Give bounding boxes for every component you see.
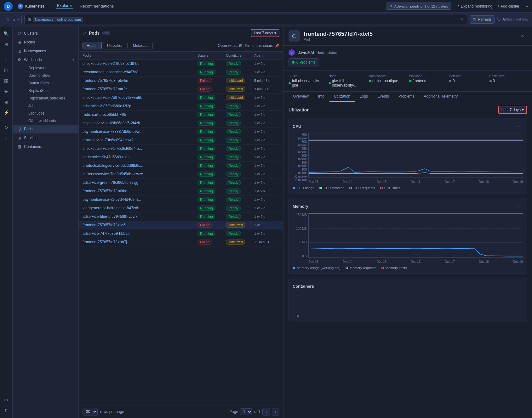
table-row[interactable]: checkoutservice-v2-9698fb7d8-b6... Runni… (79, 59, 283, 68)
k8s-nav-icon[interactable]: ☸ (2, 87, 11, 96)
cpu-chart-more-btn[interactable]: ⋯ (514, 122, 523, 131)
apps-nav-icon[interactable]: ⊞ (2, 40, 11, 49)
th-state[interactable]: State ↕ (197, 54, 226, 57)
settings-nav-icon[interactable]: ⚙ (2, 395, 11, 405)
pin-to-dashboard-btn[interactable]: Pin to dashboard 📌 (245, 43, 279, 48)
sidebar-item-replicasets[interactable]: ReplicaSets (24, 87, 78, 94)
open-with-btn[interactable]: Open with... ⊞ (218, 43, 242, 48)
search-nav-icon[interactable]: 🔍 (2, 29, 11, 38)
condition-cell: Ready (226, 70, 254, 75)
next-page-btn[interactable]: › (272, 408, 279, 415)
table-row[interactable]: cartservice-9b47d56b9-rtlgn Running Read… (79, 153, 283, 161)
problems-nav-icon[interactable]: ○ (2, 54, 11, 64)
sidebar-item-daemonsets[interactable]: DaemonSets (24, 72, 78, 79)
table-row[interactable]: frontend-757657fd7f-xpb7j Failed Initial… (79, 238, 283, 246)
detail-tab-additional-telemetry[interactable]: Additional Telemetry (419, 92, 462, 102)
util-time-range-btn[interactable]: Last 7 days ▾ (498, 106, 527, 114)
more-menu-btn[interactable]: ⋯ (524, 4, 528, 8)
search-clear-btn[interactable]: ✕ (460, 17, 464, 22)
th-age[interactable]: Age ↕ (254, 54, 279, 57)
detail-tab-problems[interactable]: Problems (394, 92, 419, 102)
pod-name-cell: frontend-757657fd7f-pbvhn (83, 78, 197, 83)
sidebar-item-statefulsets[interactable]: StatefulSets (24, 79, 78, 87)
th-pod[interactable]: Pod ↕ (83, 54, 197, 57)
sidebar-item-namespaces[interactable]: ◫ Namespaces (13, 47, 78, 55)
chevron-nav-icon[interactable]: » (2, 133, 11, 143)
tab-health[interactable]: Health (83, 42, 102, 49)
table-row[interactable]: adservice-747f75759-hbb9p Running Ready … (79, 229, 283, 238)
sidebar-item-replicationcontrollers[interactable]: ReplicationControllers (24, 94, 78, 102)
table-row[interactable]: frontend-757657fd7f-n6tbc Running Ready … (79, 187, 283, 195)
detail-tab-overview[interactable]: Overview (289, 92, 313, 102)
containers-chart-more-btn[interactable]: ⋯ (514, 282, 523, 291)
table-row[interactable]: adservice-blue-5f5794589f-vpvrx Running … (79, 212, 283, 221)
table-row[interactable]: checkoutservice-v1-7cc8cf69d4-p... Runni… (79, 144, 283, 153)
sidebar-item-cronjobs[interactable]: CronJobs (24, 110, 78, 117)
sidebar-item-deployments[interactable]: Deployments (24, 64, 78, 72)
table-row[interactable]: frontend-757657fd7f-mtr2z Failed Initial… (79, 85, 283, 93)
table-row[interactable]: adservice-green-79cf665ffd-szvjg Running… (79, 178, 283, 187)
detail-tab-logs[interactable]: Logs (355, 92, 372, 102)
table-row[interactable]: shippingservice-69b86d8cf5-2f4zh Running… (79, 119, 283, 127)
app-logo[interactable]: D (4, 2, 13, 11)
expand-monitoring-btn[interactable]: ↗ Expand monitoring (456, 4, 492, 8)
close-panel-btn[interactable]: ✕ (518, 31, 527, 40)
expand-panel-icon[interactable]: ⤢ (83, 31, 86, 36)
containers-label: Containers (24, 144, 42, 149)
sidebar-item-workloads[interactable]: ⚙ Workloads ▾ (13, 55, 78, 64)
more-options-btn[interactable]: ⋯ (507, 31, 516, 40)
refresh-button[interactable]: ↻ Refresh (470, 15, 495, 24)
memory-x-labels: Dec 13 Dec 14 Dec 15 Dec 16 Dec 17 Dec 1… (308, 260, 523, 263)
table-row[interactable]: checkoutservice-7d97d6d7f5-wmltk Running… (79, 93, 283, 102)
memory-chart-more-btn[interactable]: ⋯ (514, 202, 523, 211)
utilization-content: Utilization Last 7 days ▾ CPU ⋯ 350 mcor… (283, 102, 532, 418)
sidebar-item-pods[interactable]: ⬡ Pods (13, 125, 78, 133)
namespaces-icon: ◫ (17, 49, 21, 53)
pod-name-cell: redis-cart-5f5cb65bbf-kll6r (83, 112, 197, 117)
detail-tab-events[interactable]: Events (373, 92, 393, 102)
pods-time-range-btn[interactable]: Last 7 days ▾ (251, 29, 279, 37)
search-input-container[interactable]: ⊞ Namespace = online-boutique ✕ (24, 15, 467, 24)
tab-utilization[interactable]: Utilization (103, 42, 128, 49)
nav-link-explorer[interactable]: Explorer (56, 3, 73, 9)
problems-badge[interactable]: 0 Problems (289, 58, 319, 66)
table-row[interactable]: paymentservice-v1-57d44d469-h... Running… (79, 195, 283, 204)
table-row[interactable]: emailservice-79b6fc894f-clwr2 Running Re… (79, 136, 283, 144)
containers-chart-header: Containers ⋯ (293, 282, 523, 291)
table-row[interactable]: frontend-757657fd7f-pbvhn Failed Initial… (79, 76, 283, 85)
activation-badge[interactable]: ⚙ Activation pending: 1 of 12 clusters (386, 3, 452, 10)
layout-nav-icon[interactable]: ◱ (2, 65, 11, 75)
table-row[interactable]: productcatalogservice-6dc6d9fb6c... Runn… (79, 161, 283, 170)
table-row[interactable]: paymentservice-788887db6d-59w... Running… (79, 127, 283, 136)
table-row[interactable]: frontend-757657fd7f-xtvl5 Failed Initial… (79, 221, 283, 229)
tab-metadata[interactable]: Metadata (129, 42, 153, 49)
table-row[interactable]: recommendationservice-c8467d8... Running… (79, 68, 283, 76)
sidebar-item-services[interactable]: ◎ Services (13, 133, 78, 142)
target-nav-icon[interactable]: ◉ (2, 97, 11, 107)
sidebar-item-jobs[interactable]: Jobs (24, 102, 78, 110)
cpu-y-labels: 350 mcore 300 mcore 250 mcore 200 mcore … (293, 133, 307, 184)
feedback-nav-icon[interactable]: F (2, 406, 11, 415)
add-cluster-btn[interactable]: + Add cluster (497, 4, 519, 8)
open-with-icon: ⊞ (239, 43, 242, 48)
th-condition[interactable]: Condit... ↕ (226, 54, 254, 57)
sidebar-item-nodes[interactable]: ▣ Nodes (13, 38, 78, 47)
table-row[interactable]: currencyservice-7bd8d5d5db-vcwzc Running… (79, 170, 283, 178)
table-row[interactable]: adservice-2-85ffbd686c-l2l2p Running Rea… (79, 102, 283, 110)
sync-nav-icon[interactable]: ↻ (2, 123, 11, 132)
sidebar-item-clusters[interactable]: ⬡ Clusters (13, 29, 78, 38)
table-row[interactable]: redis-cart-5f5cb65bbf-kll6r Running Read… (79, 110, 283, 119)
page-select[interactable]: 1 (240, 408, 252, 415)
sidebar-item-containers[interactable]: ▦ Containers (13, 142, 78, 151)
nav-link-recommendations[interactable]: Recommendations (78, 4, 115, 8)
namespace-selector[interactable]: ⬡ ns ▾ (4, 15, 22, 24)
rows-per-page-select[interactable]: 30 (83, 408, 98, 415)
events-nav-icon[interactable]: ⚡ (2, 108, 11, 117)
workloads-chevron: ▾ (72, 58, 74, 62)
prev-page-btn[interactable]: ‹ (262, 408, 270, 415)
detail-tab-utilization[interactable]: Utilization (329, 92, 355, 102)
sidebar-item-other-workloads[interactable]: Other workloads (24, 117, 78, 125)
grid-nav-icon[interactable]: ▦ (2, 76, 11, 85)
detail-tab-info[interactable]: Info (314, 92, 329, 102)
table-row[interactable]: loadgenerator-hairpinning-847cdb... Runn… (79, 204, 283, 212)
